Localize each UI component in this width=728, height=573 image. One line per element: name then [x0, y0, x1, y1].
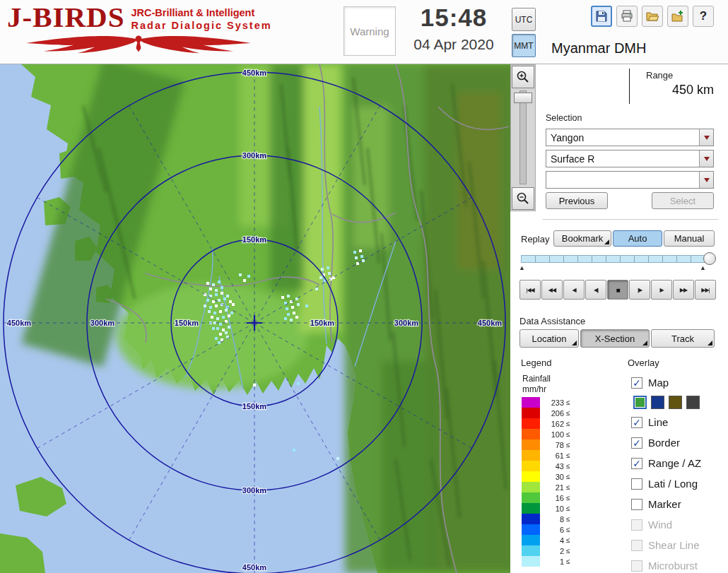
- legend-row: 233≤: [522, 397, 570, 408]
- legend-row: 206≤: [522, 408, 570, 418]
- overlay-item-range-az[interactable]: ✓Range / AZ: [631, 453, 728, 473]
- save-button[interactable]: [591, 6, 612, 27]
- legend-swatch: [522, 556, 540, 567]
- overlay-item-marker[interactable]: Marker: [631, 494, 728, 514]
- combobox-arrow-icon[interactable]: [699, 172, 713, 188]
- replay-slider[interactable]: [521, 255, 712, 263]
- legend-lte: ≤: [566, 441, 570, 449]
- legend-value: 10: [543, 504, 564, 513]
- legend-row: 43≤: [522, 461, 570, 471]
- export-button[interactable]: [667, 6, 688, 27]
- product-combobox[interactable]: Surface R: [546, 150, 714, 167]
- playback-step-forward[interactable]: |▶: [629, 280, 650, 300]
- legend-lte: ≤: [566, 409, 570, 417]
- legend-swatch: [522, 397, 540, 408]
- legend-product: Rainfall: [522, 374, 551, 384]
- legend-value: 43: [543, 462, 564, 471]
- help-button[interactable]: ?: [693, 6, 714, 27]
- combobox-arrow-icon[interactable]: [699, 129, 713, 146]
- legend-lte: ≤: [566, 547, 570, 555]
- print-button[interactable]: [616, 6, 638, 27]
- mmt-button[interactable]: MMT: [512, 34, 536, 57]
- checkbox[interactable]: ✓: [631, 377, 642, 389]
- open-button[interactable]: [642, 6, 663, 27]
- jbirds-window: J-BIRDS JRC-Brilliant & Intelligent Rada…: [0, 0, 728, 573]
- checkbox[interactable]: ✓: [631, 417, 642, 428]
- zoom-slider[interactable]: [519, 90, 527, 184]
- legend-row: 61≤: [522, 450, 570, 461]
- legend-swatch: [522, 418, 540, 429]
- range-ring-label: 300km: [90, 319, 115, 327]
- playback-stop[interactable]: ■: [607, 280, 628, 300]
- overlay-item-border[interactable]: ✓Border: [631, 432, 728, 453]
- checkbox[interactable]: [631, 499, 642, 510]
- legend-row: 78≤: [522, 439, 570, 450]
- combobox-arrow-icon[interactable]: [699, 150, 713, 167]
- map-style-swatch-1[interactable]: [651, 396, 664, 409]
- legend-row: 100≤: [522, 429, 570, 439]
- auto-button[interactable]: Auto: [613, 230, 662, 247]
- warning-indicator[interactable]: Warning: [344, 6, 396, 56]
- radar-display[interactable]: 150km150km150km150km300km300km300km300km…: [0, 64, 510, 573]
- legend-lte: ≤: [566, 451, 570, 459]
- clock-date: 04 Apr 2020: [397, 36, 510, 53]
- replay-label: Replay: [521, 234, 549, 244]
- overlay-item-map[interactable]: ✓Map: [631, 372, 728, 393]
- station-name: Myanmar DMH: [551, 40, 646, 57]
- magnifier-minus-icon: [516, 191, 530, 206]
- playback-play[interactable]: ▶: [651, 280, 672, 300]
- map-style-swatch-0[interactable]: [633, 396, 647, 409]
- legend-lte: ≤: [566, 430, 570, 438]
- track-button[interactable]: Track: [651, 329, 715, 348]
- legend-value: 78: [543, 441, 564, 449]
- overlay-item-lati-long[interactable]: Lati / Long: [631, 473, 728, 494]
- playback-step-back[interactable]: ◀|: [585, 280, 606, 300]
- utc-button[interactable]: UTC: [512, 8, 536, 31]
- legend-row: 30≤: [522, 471, 570, 482]
- playback-fast-forward[interactable]: ▶▶: [673, 280, 694, 300]
- legend-swatch: [522, 471, 540, 482]
- open-folder-icon: [646, 10, 659, 23]
- manual-button[interactable]: Manual: [664, 230, 715, 247]
- map-style-swatch-2[interactable]: [669, 396, 682, 409]
- bookmark-button[interactable]: Bookmark: [553, 230, 611, 247]
- playback-skip-to-start[interactable]: |◀◀: [519, 280, 541, 300]
- zoom-slider-thumb[interactable]: [514, 93, 532, 103]
- overlay-label: Marker: [648, 498, 681, 510]
- clock-time: 15:48: [397, 4, 510, 32]
- legend-value: 6: [543, 526, 564, 534]
- zoom-out-button[interactable]: [512, 187, 534, 210]
- legend-value: 61: [543, 451, 564, 460]
- select-button[interactable]: Select: [652, 192, 714, 209]
- playback-skip-to-end[interactable]: ▶▶|: [695, 280, 716, 300]
- checkbox[interactable]: ✓: [631, 437, 642, 449]
- checkbox[interactable]: [631, 478, 642, 490]
- checkbox[interactable]: ✓: [631, 458, 642, 469]
- help-icon: ?: [700, 9, 707, 23]
- extra-combobox[interactable]: [546, 171, 714, 189]
- map-style-swatch-3[interactable]: [686, 396, 700, 409]
- playback-reverse-play[interactable]: ◀: [563, 280, 585, 300]
- magnifier-plus-icon: [516, 70, 530, 84]
- range-ring-label: 450km: [242, 69, 266, 77]
- previous-button[interactable]: Previous: [546, 192, 608, 209]
- legend-swatch: [522, 503, 540, 514]
- x-section-button[interactable]: X-Section: [580, 329, 650, 348]
- site-combobox[interactable]: Yangon: [546, 129, 714, 146]
- range-ring-label: 300km: [394, 319, 418, 327]
- location-button[interactable]: Location: [519, 329, 579, 348]
- legend-swatch: [522, 545, 540, 556]
- overlay-item-line[interactable]: ✓Line: [631, 412, 728, 432]
- legend-lte: ≤: [566, 398, 570, 406]
- selection-label: Selection: [546, 113, 582, 123]
- playback-fast-rewind[interactable]: ◀◀: [541, 280, 563, 300]
- clock: 15:48 04 Apr 2020: [397, 4, 510, 53]
- overlay-label: Map: [648, 377, 669, 389]
- map-style-swatches: [631, 393, 728, 412]
- legend-value: 21: [543, 483, 564, 492]
- legend-row: 21≤: [522, 482, 570, 492]
- legend-row: 4≤: [522, 535, 570, 545]
- radar-map[interactable]: 150km150km150km150km300km300km300km300km…: [0, 64, 510, 573]
- replay-slider-thumb[interactable]: [703, 252, 716, 265]
- zoom-in-button[interactable]: [512, 66, 534, 88]
